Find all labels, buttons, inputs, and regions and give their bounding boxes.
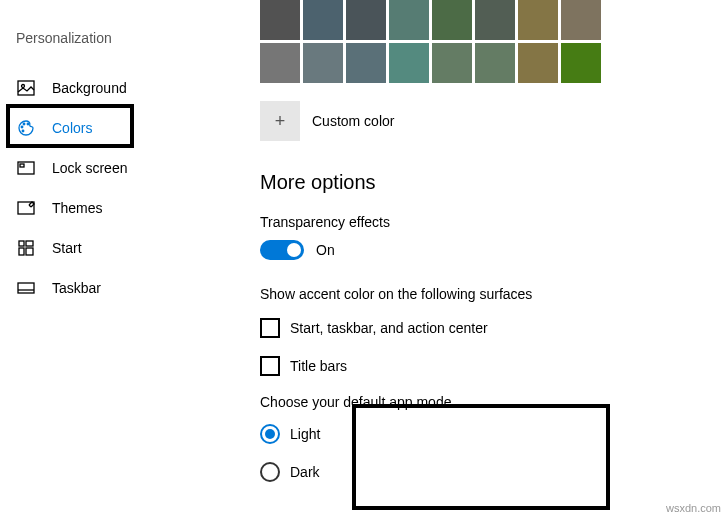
sidebar-title: Personalization	[0, 30, 240, 68]
svg-rect-7	[20, 164, 24, 167]
plus-icon: +	[275, 111, 286, 132]
svg-rect-9	[19, 241, 24, 246]
color-swatch[interactable]	[561, 43, 601, 83]
svg-rect-12	[26, 248, 33, 255]
svg-rect-10	[26, 241, 33, 246]
svg-point-1	[22, 85, 25, 88]
sidebar-item-themes[interactable]: Themes	[0, 188, 240, 228]
toggle-knob	[287, 243, 301, 257]
lockscreen-icon	[16, 158, 36, 178]
sidebar-item-label: Themes	[52, 200, 103, 216]
sidebar-item-taskbar[interactable]: Taskbar	[0, 268, 240, 308]
sidebar-item-label: Background	[52, 80, 127, 96]
checkbox-start-taskbar[interactable]	[260, 318, 280, 338]
color-swatch[interactable]	[389, 0, 429, 40]
custom-color-row: + Custom color	[260, 101, 707, 141]
color-swatch[interactable]	[346, 43, 386, 83]
picture-icon	[16, 78, 36, 98]
check-row-start-taskbar: Start, taskbar, and action center	[260, 318, 707, 338]
check-row-title-bars: Title bars	[260, 356, 707, 376]
svg-point-2	[21, 126, 23, 128]
palette-icon	[16, 118, 36, 138]
sidebar-item-label: Taskbar	[52, 280, 101, 296]
sidebar-item-background[interactable]: Background	[0, 68, 240, 108]
transparency-toggle[interactable]	[260, 240, 304, 260]
color-swatch-row	[260, 43, 707, 83]
taskbar-icon	[16, 278, 36, 298]
svg-rect-13	[18, 283, 34, 293]
color-swatch[interactable]	[303, 43, 343, 83]
app-mode-label: Choose your default app mode	[260, 394, 707, 410]
transparency-label: Transparency effects	[260, 214, 707, 230]
svg-rect-8	[18, 202, 34, 214]
color-swatch[interactable]	[518, 43, 558, 83]
main-content: + Custom color More options Transparency…	[240, 0, 727, 517]
color-swatch[interactable]	[432, 43, 472, 83]
sidebar-item-colors[interactable]: Colors	[0, 108, 240, 148]
sidebar-item-label: Start	[52, 240, 82, 256]
checkbox-label: Title bars	[290, 358, 347, 374]
color-swatch[interactable]	[432, 0, 472, 40]
more-options-heading: More options	[260, 171, 707, 194]
checkbox-label: Start, taskbar, and action center	[290, 320, 488, 336]
radio-label: Dark	[290, 464, 320, 480]
sidebar-item-label: Lock screen	[52, 160, 127, 176]
checkbox-title-bars[interactable]	[260, 356, 280, 376]
radio-row-dark: Dark	[260, 462, 707, 482]
radio-row-light: Light	[260, 424, 707, 444]
custom-color-button[interactable]: +	[260, 101, 300, 141]
transparency-toggle-row: On	[260, 240, 707, 260]
color-swatch[interactable]	[475, 43, 515, 83]
color-swatch[interactable]	[475, 0, 515, 40]
color-swatch[interactable]	[389, 43, 429, 83]
sidebar-item-lockscreen[interactable]: Lock screen	[0, 148, 240, 188]
color-swatch[interactable]	[518, 0, 558, 40]
radio-label: Light	[290, 426, 320, 442]
color-swatch[interactable]	[303, 0, 343, 40]
svg-point-3	[23, 123, 25, 125]
sidebar: Personalization Background Colors Lock s…	[0, 0, 240, 517]
svg-point-5	[22, 130, 24, 132]
color-swatch[interactable]	[561, 0, 601, 40]
radio-dark[interactable]	[260, 462, 280, 482]
sidebar-item-start[interactable]: Start	[0, 228, 240, 268]
color-swatch[interactable]	[346, 0, 386, 40]
radio-light[interactable]	[260, 424, 280, 444]
themes-icon	[16, 198, 36, 218]
svg-rect-11	[19, 248, 24, 255]
toggle-state-label: On	[316, 242, 335, 258]
watermark: wsxdn.com	[666, 502, 721, 514]
custom-color-label: Custom color	[312, 113, 394, 129]
color-swatch-row	[260, 0, 707, 40]
start-icon	[16, 238, 36, 258]
sidebar-item-label: Colors	[52, 120, 92, 136]
color-swatch[interactable]	[260, 0, 300, 40]
svg-point-4	[27, 123, 29, 125]
accent-surfaces-label: Show accent color on the following surfa…	[260, 286, 707, 302]
color-swatch[interactable]	[260, 43, 300, 83]
